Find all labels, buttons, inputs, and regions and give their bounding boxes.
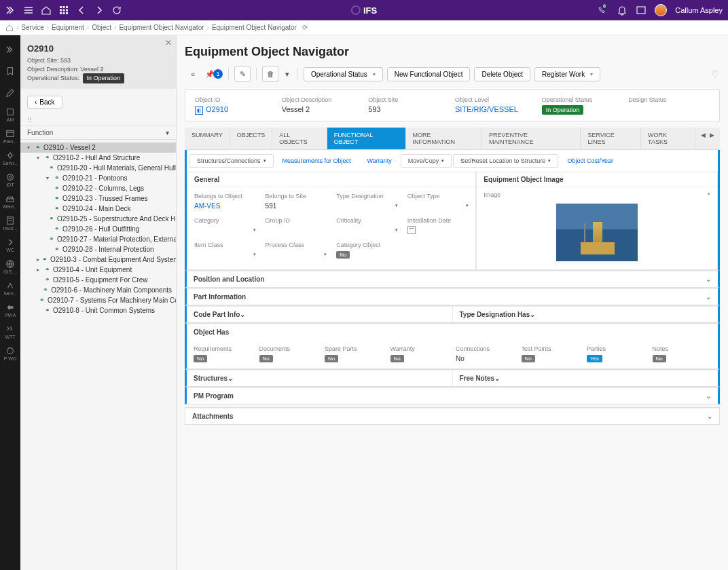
pin-button[interactable]: 📌1 bbox=[205, 69, 223, 79]
section-part-info[interactable]: Part Information⌄ bbox=[187, 288, 718, 305]
tree-node[interactable]: ⚭O2910-5 - Equipment For Crew bbox=[20, 275, 176, 285]
user-avatar[interactable] bbox=[655, 4, 667, 16]
section-position[interactable]: Position and Location⌄ bbox=[187, 271, 718, 287]
iconbar-item-bookmark[interactable] bbox=[1, 61, 20, 81]
iconbar-item-iot[interactable]: IOT bbox=[1, 170, 20, 190]
tab-prev-icon[interactable]: ◀ bbox=[701, 132, 706, 145]
iconbar-item-pencil[interactable] bbox=[1, 83, 20, 103]
tree-node[interactable]: ▾⚭O2910 - Vessel 2 bbox=[20, 142, 176, 153]
home-icon[interactable] bbox=[41, 5, 52, 16]
tab-service-lines[interactable]: SERVICE LINES bbox=[581, 128, 641, 149]
edit-icon[interactable]: ✎ bbox=[234, 66, 251, 82]
subtab-set-reset-location-to-structure[interactable]: Set/Reset Location to Structure ▾ bbox=[453, 154, 558, 168]
iconbar-item-ware[interactable]: Ware... bbox=[1, 191, 20, 212]
breadcrumb-home-icon[interactable] bbox=[5, 24, 14, 32]
menu-icon[interactable] bbox=[23, 5, 34, 16]
maximize-icon[interactable] bbox=[636, 5, 647, 16]
tree-node[interactable]: ⚭O2910-28 - Internal Protection bbox=[20, 244, 176, 254]
tree-node[interactable]: ⚭O2910-8 - Unit Common Systems bbox=[20, 305, 176, 316]
chevron-down-icon[interactable]: ▾ bbox=[283, 66, 292, 82]
iconbar-item-wtt[interactable]: WTT bbox=[1, 322, 20, 342]
tab-more-information[interactable]: MORE INFORMATION bbox=[406, 128, 482, 149]
tab-functional-object[interactable]: FUNCTIONAL OBJECT bbox=[327, 128, 406, 149]
section-structures[interactable]: Structures⌄ bbox=[187, 370, 453, 386]
subtab-object-cost-year[interactable]: Object Cost/Year bbox=[560, 154, 621, 168]
iconbar-item-plan[interactable]: Plan... bbox=[1, 126, 20, 147]
tab-summary[interactable]: SUMMARY bbox=[185, 128, 230, 149]
register-work-button[interactable]: Register Work bbox=[534, 67, 600, 81]
category-field[interactable]: ▾ bbox=[194, 225, 256, 235]
tree-node[interactable]: ⚭O2910-24 - Main Deck bbox=[20, 204, 176, 214]
breadcrumb-refresh-icon[interactable]: ⟳ bbox=[302, 24, 308, 31]
operational-status-button[interactable]: Operational Status bbox=[304, 67, 383, 81]
tree-node[interactable]: ⚭O2910-22 - Columns, Legs bbox=[20, 183, 176, 193]
criticality-field[interactable]: ▾ bbox=[336, 225, 398, 235]
tree-node[interactable]: ⚭O2910-23 - Trussed Frames bbox=[20, 193, 176, 204]
chevron-down-icon[interactable]: ▾ bbox=[708, 191, 710, 198]
iconbar-item-expand[interactable] bbox=[1, 39, 20, 60]
iconbar-item-gis[interactable]: GIS ... bbox=[1, 256, 20, 277]
object-level-link[interactable]: SITE/RIG/VESSEL bbox=[455, 105, 536, 113]
back-button[interactable]: ‹ Back bbox=[27, 96, 62, 109]
tree-node[interactable]: ⚭O2910-7 - Systems For Machinery Main Co… bbox=[20, 295, 176, 305]
tree-node[interactable]: ▸⚭O2910-4 - Unit Equipment bbox=[20, 265, 176, 275]
iconbar-item-pma[interactable]: PM A bbox=[1, 300, 20, 320]
process-class-field[interactable]: ▾ bbox=[266, 250, 327, 259]
tree-node[interactable]: ⚭O2910-6 - Machinery Main Components bbox=[20, 285, 176, 295]
favorite-icon[interactable]: ♡ bbox=[711, 69, 720, 79]
close-icon[interactable]: ✕ bbox=[165, 38, 172, 48]
tab-objects[interactable]: OBJECTS bbox=[230, 128, 273, 149]
phone-icon[interactable] bbox=[598, 5, 608, 16]
iconbar-item-wc[interactable]: WC bbox=[1, 235, 20, 255]
section-pm-program[interactable]: PM Program⌄ bbox=[187, 387, 718, 404]
section-type-desig[interactable]: Type Designation Has⌄ bbox=[453, 306, 718, 322]
breadcrumb-item[interactable]: Equipment Object Navigator bbox=[212, 24, 297, 31]
tab-work-tasks[interactable]: WORK TASKS bbox=[641, 128, 695, 149]
grip-icon[interactable]: ⠿ bbox=[20, 115, 176, 126]
tree-node[interactable]: ⚭O2910-26 - Hull Outfitting bbox=[20, 224, 176, 234]
subtab-structures-connections[interactable]: Structures/Connections ▾ bbox=[189, 154, 274, 168]
iconbar-item-am[interactable]: AM bbox=[1, 104, 20, 125]
refresh-icon[interactable] bbox=[111, 5, 122, 16]
install-date-field[interactable] bbox=[407, 225, 469, 235]
object-type-field[interactable]: ▾ bbox=[407, 201, 469, 210]
breadcrumb-item[interactable]: Equipment bbox=[52, 24, 84, 31]
section-code-part[interactable]: Code Part Info⌄ bbox=[187, 306, 453, 322]
function-select[interactable]: Function▾ bbox=[27, 129, 169, 136]
breadcrumb-item[interactable]: Equipment Object Navigator bbox=[119, 24, 204, 31]
bell-icon[interactable] bbox=[617, 5, 627, 16]
iconbar-item-serv2[interactable]: Serv... bbox=[1, 278, 20, 299]
subtab-measurements-for-object[interactable]: Measurements for Object bbox=[275, 154, 359, 168]
forward-icon[interactable] bbox=[94, 5, 105, 16]
belongs-to-object-link[interactable]: AM-VES bbox=[194, 201, 256, 210]
type-designation-field[interactable]: ▾ bbox=[336, 201, 398, 210]
section-attachments[interactable]: Attachments⌄ bbox=[185, 408, 719, 424]
section-free-notes[interactable]: Free Notes⌄ bbox=[453, 370, 718, 386]
tree-node[interactable]: ⚭O2910-20 - Hull Materials, General Hull… bbox=[20, 163, 176, 173]
section-object-has[interactable]: Object Has bbox=[187, 324, 718, 340]
object-id-link[interactable]: ◧O2910 bbox=[195, 105, 276, 115]
tree-node[interactable]: ⚭O2910-25 - Superstructure And Deck Hous… bbox=[20, 214, 176, 224]
tab-all-objects[interactable]: ALL OBJECTS bbox=[272, 128, 327, 149]
delete-object-button[interactable]: Delete Object bbox=[474, 67, 530, 81]
delete-icon[interactable]: 🗑 bbox=[262, 66, 278, 82]
tree-node[interactable]: ▸⚭O2910-3 - Combat Equipment And Systems bbox=[20, 254, 176, 265]
collapse-all-icon[interactable]: « bbox=[185, 66, 201, 82]
back-icon[interactable] bbox=[76, 5, 87, 16]
tab-next-icon[interactable]: ▶ bbox=[710, 132, 714, 145]
iconbar-item-servi[interactable]: Servi... bbox=[1, 148, 20, 168]
iconbar-item-pwo[interactable]: P WO bbox=[1, 343, 20, 364]
subtab-move-copy[interactable]: Move/Copy ▾ bbox=[401, 154, 452, 168]
tree-node[interactable]: ⚭O2910-27 - Material Protection, Externa… bbox=[20, 234, 176, 244]
apps-icon[interactable] bbox=[58, 5, 69, 16]
subtab-warranty[interactable]: Warranty bbox=[360, 154, 399, 168]
expand-sidebar-icon[interactable] bbox=[5, 5, 16, 16]
tab-preventive-maintenance[interactable]: PREVENTIVE MAINTENANCE bbox=[482, 128, 581, 149]
iconbar-item-invoi[interactable]: Invoi... bbox=[1, 213, 20, 233]
breadcrumb-item[interactable]: Object bbox=[92, 24, 111, 31]
tree-node[interactable]: ▾⚭O2910-21 - Pontoons bbox=[20, 173, 176, 183]
item-class-field[interactable]: ▾ bbox=[194, 250, 256, 259]
new-functional-object-button[interactable]: New Functional Object bbox=[387, 67, 471, 81]
tree-node[interactable]: ▾⚭O2910-2 - Hull And Structure bbox=[20, 153, 176, 163]
breadcrumb-item[interactable]: Service bbox=[21, 24, 43, 31]
